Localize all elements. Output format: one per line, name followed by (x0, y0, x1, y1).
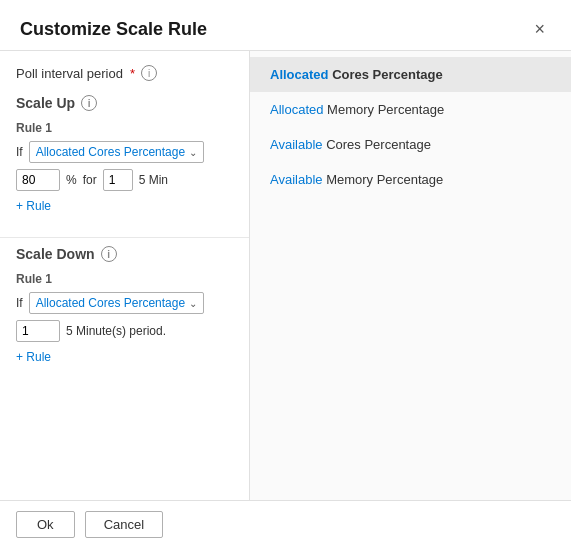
scale-up-input-row: % for 5 Min (16, 169, 233, 191)
scale-down-title: Scale Down i (16, 246, 233, 262)
scale-down-section: Scale Down i Rule 1 If Allocated Cores P… (0, 246, 249, 380)
option-highlight: Available (270, 137, 323, 152)
poll-interval-row: Poll interval period * i (0, 65, 249, 95)
scale-up-info-icon: i (81, 95, 97, 111)
ok-button[interactable]: Ok (16, 511, 75, 538)
scale-down-period-label: 5 Minute(s) period. (66, 324, 166, 338)
scale-down-dropdown-value: Allocated Cores Percentage (36, 296, 185, 310)
scale-up-value-input[interactable] (16, 169, 60, 191)
scale-down-dropdown-chevron: ⌄ (189, 298, 197, 309)
dropdown-option-available-memory[interactable]: Available Memory Percentage (250, 162, 571, 197)
dialog-footer: Ok Cancel (0, 500, 571, 548)
poll-interval-label: Poll interval period (16, 66, 123, 81)
scale-down-info-icon: i (101, 246, 117, 262)
dropdown-options-list: Allocated Cores PercentageAllocated Memo… (250, 51, 571, 203)
scale-down-rule1-row: If Allocated Cores Percentage ⌄ (16, 292, 233, 314)
scale-up-title: Scale Up i (16, 95, 233, 111)
scale-up-min-label: 5 Min (139, 173, 168, 187)
scale-up-pct-label: % (66, 173, 77, 187)
right-panel: Allocated Cores PercentageAllocated Memo… (250, 51, 571, 500)
dropdown-option-available-cores[interactable]: Available Cores Percentage (250, 127, 571, 162)
scale-down-if-label: If (16, 296, 23, 310)
scale-up-add-rule-button[interactable]: + Rule (16, 199, 51, 213)
scale-down-input-row: 5 Minute(s) period. (16, 320, 233, 342)
required-indicator: * (130, 66, 135, 81)
scale-down-add-rule-button[interactable]: + Rule (16, 350, 51, 364)
scale-up-dropdown[interactable]: Allocated Cores Percentage ⌄ (29, 141, 204, 163)
option-highlight: Allocated (270, 102, 323, 117)
dialog-body: Poll interval period * i Scale Up i Rule… (0, 51, 571, 500)
dropdown-option-allocated-cores[interactable]: Allocated Cores Percentage (250, 57, 571, 92)
customize-scale-rule-dialog: Customize Scale Rule × Poll interval per… (0, 0, 571, 548)
close-button[interactable]: × (528, 18, 551, 40)
scale-down-dropdown[interactable]: Allocated Cores Percentage ⌄ (29, 292, 204, 314)
scale-up-if-label: If (16, 145, 23, 159)
scale-up-section: Scale Up i Rule 1 If Allocated Cores Per… (0, 95, 249, 229)
scale-up-dropdown-value: Allocated Cores Percentage (36, 145, 185, 159)
dialog-title: Customize Scale Rule (20, 19, 207, 40)
scale-up-for-label: for (83, 173, 97, 187)
dropdown-option-allocated-memory[interactable]: Allocated Memory Percentage (250, 92, 571, 127)
option-highlight: Allocated (270, 67, 329, 82)
scale-up-rule1-label: Rule 1 (16, 121, 233, 135)
left-panel: Poll interval period * i Scale Up i Rule… (0, 51, 250, 500)
scale-down-value-input[interactable] (16, 320, 60, 342)
dialog-header: Customize Scale Rule × (0, 0, 571, 51)
scale-up-rule1-row: If Allocated Cores Percentage ⌄ (16, 141, 233, 163)
option-highlight: Available (270, 172, 323, 187)
scale-up-duration-input[interactable] (103, 169, 133, 191)
scale-up-dropdown-chevron: ⌄ (189, 147, 197, 158)
scale-down-rule1-label: Rule 1 (16, 272, 233, 286)
poll-interval-info-icon: i (141, 65, 157, 81)
cancel-button[interactable]: Cancel (85, 511, 163, 538)
